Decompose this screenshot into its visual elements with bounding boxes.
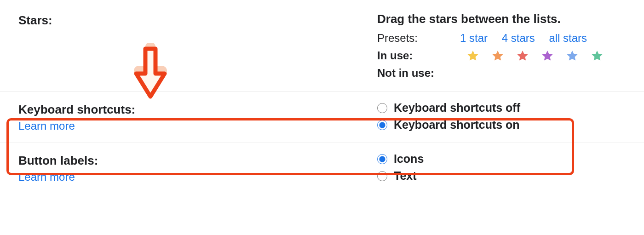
keyboard-shortcuts-learn-more[interactable]: Learn more [18,120,75,132]
keyboard-shortcuts-on-option[interactable]: Keyboard shortcuts on [377,118,626,132]
button-labels-icons-label: Icons [394,152,424,166]
keyboard-shortcuts-off-option[interactable]: Keyboard shortcuts off [377,101,626,115]
keyboard-shortcuts-off-label: Keyboard shortcuts off [394,101,520,115]
star-icon[interactable] [516,49,529,62]
button-labels-label: Button labels: [18,153,377,169]
stars-section: Stars: Drag the stars between the lists.… [0,0,644,92]
preset-all-stars[interactable]: all stars [549,32,587,44]
preset-4-stars[interactable]: 4 stars [502,32,535,44]
star-icon[interactable] [466,49,479,62]
button-labels-text-radio[interactable] [377,171,387,181]
button-labels-text-label: Text [394,169,417,183]
star-icon[interactable] [491,49,504,62]
button-labels-text-option[interactable]: Text [377,169,626,183]
keyboard-shortcuts-off-radio[interactable] [377,103,387,113]
keyboard-shortcuts-on-radio[interactable] [377,120,387,130]
star-icon[interactable] [591,49,604,62]
keyboard-shortcuts-label: Keyboard shortcuts: [18,102,377,118]
in-use-label: In use: [377,49,460,62]
star-icon[interactable] [541,49,554,62]
star-icon[interactable] [566,49,579,62]
not-in-use-label: Not in use: [377,67,460,80]
button-labels-icons-radio[interactable] [377,154,387,164]
button-labels-icons-option[interactable]: Icons [377,152,626,166]
in-use-stars [460,49,604,62]
button-labels-section: Button labels: Learn more Icons Text [0,143,644,194]
presets-label: Presets: [377,32,460,45]
preset-1-star[interactable]: 1 star [460,32,488,44]
stars-instruction: Drag the stars between the lists. [377,12,626,26]
keyboard-shortcuts-section: Keyboard shortcuts: Learn more Keyboard … [0,92,644,143]
stars-label: Stars: [18,13,377,29]
keyboard-shortcuts-on-label: Keyboard shortcuts on [394,118,520,132]
button-labels-learn-more[interactable]: Learn more [18,171,75,183]
